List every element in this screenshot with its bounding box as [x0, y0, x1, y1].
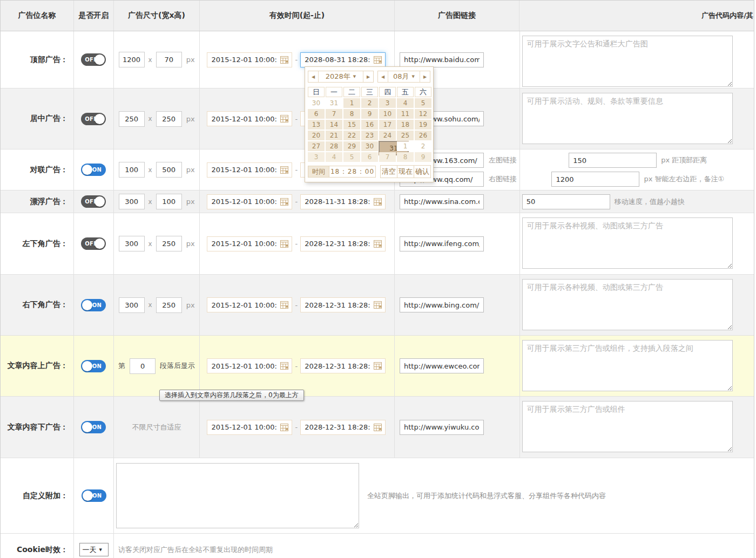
start-date-input[interactable]: [207, 236, 292, 251]
day-cell[interactable]: 6: [308, 109, 325, 119]
enable-toggle[interactable]: OFF: [81, 53, 106, 66]
prev-year-button[interactable]: ◀: [308, 71, 318, 82]
end-date-value[interactable]: [301, 423, 370, 431]
ad-link-input[interactable]: [400, 420, 484, 435]
start-date-value[interactable]: [207, 56, 276, 64]
start-date-input[interactable]: [207, 420, 292, 435]
ad-code-textarea[interactable]: [522, 93, 733, 144]
end-date-input[interactable]: [300, 420, 386, 435]
end-date-value[interactable]: [301, 198, 370, 206]
end-date-input[interactable]: [300, 297, 386, 312]
day-cell[interactable]: 18: [397, 120, 414, 130]
day-cell[interactable]: 23: [361, 131, 378, 140]
width-input[interactable]: [119, 111, 145, 127]
start-date-value[interactable]: [207, 198, 276, 206]
day-cell[interactable]: 22: [343, 131, 360, 140]
calendar-icon[interactable]: [280, 424, 288, 431]
now-button[interactable]: 现在: [397, 166, 414, 178]
start-date-input[interactable]: [207, 162, 292, 178]
day-cell[interactable]: 4: [397, 98, 414, 108]
start-date-input[interactable]: [207, 52, 292, 67]
calendar-icon[interactable]: [280, 56, 288, 64]
start-date-input[interactable]: [207, 194, 292, 209]
width-input[interactable]: [119, 52, 145, 67]
height-input[interactable]: [156, 297, 182, 313]
day-cell[interactable]: 19: [415, 120, 431, 130]
day-cell[interactable]: 1: [397, 141, 414, 151]
calendar-icon[interactable]: [374, 198, 382, 206]
calendar-icon[interactable]: [280, 198, 288, 206]
width-input[interactable]: [119, 194, 145, 209]
calendar-icon[interactable]: [280, 166, 288, 174]
start-date-value[interactable]: [207, 115, 276, 123]
width-input[interactable]: [119, 162, 145, 178]
day-cell[interactable]: 2: [361, 98, 378, 108]
ad-code-textarea[interactable]: [522, 217, 733, 269]
day-cell[interactable]: 29: [343, 141, 360, 151]
day-cell[interactable]: 14: [326, 120, 342, 130]
day-cell[interactable]: 26: [415, 131, 431, 140]
day-cell[interactable]: 9: [361, 109, 378, 119]
day-cell[interactable]: 20: [308, 131, 325, 140]
top-offset-input[interactable]: [569, 153, 657, 168]
ad-code-textarea[interactable]: [522, 36, 733, 87]
ad-link-input[interactable]: [400, 358, 484, 373]
height-input[interactable]: [156, 162, 182, 178]
ad-code-textarea[interactable]: [522, 340, 733, 391]
start-date-input[interactable]: [207, 358, 292, 373]
end-date-value[interactable]: [301, 362, 370, 370]
calendar-icon[interactable]: [280, 362, 288, 370]
day-cell[interactable]: 15: [343, 120, 360, 130]
year-select[interactable]: 2028年▼: [318, 71, 363, 82]
height-input[interactable]: [156, 52, 182, 67]
start-date-input[interactable]: [207, 297, 292, 312]
day-cell[interactable]: 31: [326, 98, 342, 108]
enable-toggle[interactable]: OFF: [81, 113, 106, 125]
day-cell[interactable]: 1: [343, 98, 360, 108]
time-value[interactable]: 18 : 28 : 00: [329, 166, 376, 178]
end-date-input[interactable]: [300, 194, 386, 209]
calendar-icon[interactable]: [280, 240, 288, 248]
calendar-icon[interactable]: [374, 362, 382, 370]
calendar-icon[interactable]: [374, 56, 382, 64]
day-cell[interactable]: 4: [326, 152, 342, 162]
confirm-button[interactable]: 确认: [414, 166, 430, 178]
height-input[interactable]: [156, 111, 182, 127]
day-cell[interactable]: 3: [379, 98, 396, 108]
ad-link-input[interactable]: [400, 194, 484, 209]
next-year-button[interactable]: ▶: [363, 71, 373, 82]
day-cell[interactable]: 5: [343, 152, 360, 162]
day-cell[interactable]: 21: [326, 131, 342, 140]
width-input[interactable]: [119, 297, 145, 313]
end-date-value[interactable]: [301, 301, 370, 309]
next-month-button[interactable]: ▶: [420, 71, 430, 82]
day-cell[interactable]: 12: [415, 109, 431, 119]
day-cell[interactable]: 27: [308, 141, 325, 151]
day-cell[interactable]: 8: [343, 109, 360, 119]
calendar-icon[interactable]: [374, 424, 382, 431]
day-cell[interactable]: 8: [397, 152, 414, 162]
enable-toggle[interactable]: OFF: [81, 195, 106, 208]
day-cell[interactable]: 9: [415, 152, 431, 162]
prev-month-button[interactable]: ◀: [378, 71, 388, 82]
month-select[interactable]: 08月▼: [388, 71, 420, 82]
ad-link-input[interactable]: [400, 297, 484, 312]
enable-toggle[interactable]: ON: [81, 421, 106, 433]
width-input[interactable]: [119, 236, 145, 251]
start-date-value[interactable]: [207, 301, 276, 309]
day-cell[interactable]: 17: [379, 120, 396, 130]
custom-code-textarea[interactable]: [116, 463, 359, 528]
day-cell[interactable]: 28: [326, 141, 342, 151]
calendar-icon[interactable]: [280, 115, 288, 123]
paragraph-number-input[interactable]: [130, 358, 156, 374]
end-date-input[interactable]: [300, 358, 386, 373]
side-margin-input[interactable]: [551, 172, 639, 187]
move-speed-input[interactable]: [522, 194, 610, 209]
start-date-value[interactable]: [207, 166, 276, 174]
calendar-icon[interactable]: [280, 301, 288, 309]
enable-toggle[interactable]: ON: [81, 299, 106, 311]
end-date-value[interactable]: [301, 56, 370, 64]
day-cell[interactable]: 3: [308, 152, 325, 162]
enable-toggle[interactable]: ON: [81, 360, 106, 372]
calendar-icon[interactable]: [374, 301, 382, 309]
